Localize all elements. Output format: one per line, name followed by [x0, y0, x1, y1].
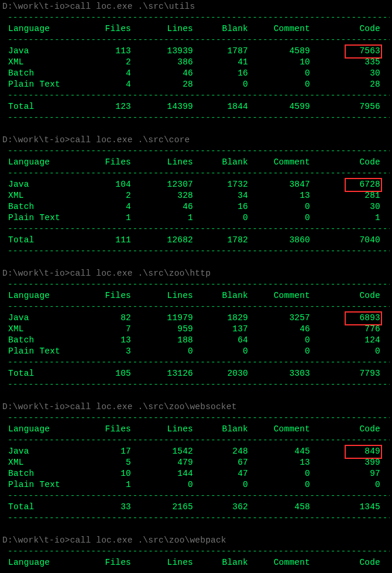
total-cell: Total	[2, 101, 96, 112]
table-row: Plain Text11001	[2, 212, 390, 224]
blank-line	[2, 524, 390, 535]
data-cell: 3257	[248, 313, 310, 324]
data-cell: Batch	[2, 335, 96, 346]
table-row: Batch13188640124	[2, 335, 390, 346]
data-cell: 4	[96, 68, 131, 79]
data-cell: 13939	[131, 46, 193, 57]
table-header: LanguageFilesLinesBlankCommentCode	[2, 557, 390, 568]
data-cell: 0	[248, 79, 310, 90]
data-cell: 0	[131, 346, 193, 357]
total-cell: 7040	[310, 235, 380, 246]
data-cell: 13	[248, 190, 310, 201]
data-cell: 386	[131, 57, 193, 68]
header-cell: Lines	[131, 157, 193, 168]
total-cell: Total	[2, 502, 96, 513]
data-cell: 30	[310, 201, 380, 212]
data-cell: 0	[131, 479, 193, 490]
header-cell: Files	[96, 557, 131, 568]
data-cell: 2	[96, 57, 131, 68]
data-cell: Java	[2, 46, 96, 57]
data-cell: 4	[96, 79, 131, 90]
header-cell: Code	[310, 424, 380, 435]
data-cell: XML	[2, 190, 96, 201]
header-cell: Lines	[131, 290, 193, 301]
highlighted-code-count: 6728	[310, 179, 380, 190]
data-cell: 445	[248, 446, 310, 457]
data-cell: 144	[131, 468, 193, 479]
table-header: LanguageFilesLinesBlankCommentCode	[2, 157, 390, 168]
total-cell: 3860	[248, 235, 310, 246]
total-cell: 362	[193, 502, 248, 513]
separator-line: ----------------------------------------…	[2, 568, 390, 573]
data-cell: 13	[96, 335, 131, 346]
prompt: D:\work\t-io>	[2, 536, 70, 545]
data-cell: 34	[193, 190, 248, 201]
header-cell: Code	[310, 157, 380, 168]
data-cell: 11979	[131, 313, 193, 324]
header-cell: Code	[310, 290, 380, 301]
table-row: Batch1014447097	[2, 468, 390, 479]
separator-line: ----------------------------------------…	[2, 35, 390, 46]
data-cell: 1	[131, 212, 193, 224]
data-cell: 46	[131, 68, 193, 79]
data-cell: 328	[131, 190, 193, 201]
command-text: call loc.exe .\src\zoo\http	[70, 269, 211, 278]
command-line: D:\work\t-io>call loc.exe .\src\utils	[2, 1, 390, 12]
separator-line: ----------------------------------------…	[2, 301, 390, 313]
data-cell: 399	[310, 457, 380, 468]
table-row: Java8211979182932576893	[2, 313, 390, 324]
data-cell: 2	[96, 190, 131, 201]
separator-line: ----------------------------------------…	[2, 513, 390, 524]
data-cell: 4	[96, 201, 131, 212]
prompt: D:\work\t-io>	[2, 269, 70, 278]
command-text: call loc.exe .\src\zoo\websocket	[70, 402, 237, 411]
total-cell: 2165	[131, 502, 193, 513]
data-cell: 0	[248, 479, 310, 490]
total-row: Total10513126203033037793	[2, 368, 390, 379]
prompt: D:\work\t-io>	[2, 402, 70, 411]
data-cell: XML	[2, 57, 96, 68]
table-row: Plain Text4280028	[2, 79, 390, 90]
total-cell: 1844	[193, 101, 248, 112]
data-cell: 97	[310, 468, 380, 479]
command-text: call loc.exe .\src\utils	[70, 2, 195, 11]
data-cell: 1542	[131, 446, 193, 457]
total-cell: 14399	[131, 101, 193, 112]
total-cell: 2030	[193, 368, 248, 379]
data-cell: 124	[310, 335, 380, 346]
data-cell: 10	[96, 468, 131, 479]
data-cell: 1	[310, 212, 380, 224]
table-row: Java171542248445849	[2, 446, 390, 457]
data-cell: Java	[2, 446, 96, 457]
total-cell: 1345	[310, 502, 380, 513]
data-cell: 104	[96, 179, 131, 190]
header-cell: Comment	[248, 290, 310, 301]
data-cell: 1	[96, 212, 131, 224]
data-cell: 0	[193, 79, 248, 90]
data-cell: 64	[193, 335, 248, 346]
blank-line	[2, 123, 390, 135]
blank-line	[2, 390, 390, 402]
total-row: Total12314399184445997956	[2, 101, 390, 112]
data-cell: 13	[248, 457, 310, 468]
data-cell: Batch	[2, 68, 96, 79]
table-row: Batch44616030	[2, 68, 390, 79]
total-cell: 1782	[193, 235, 248, 246]
header-cell: Files	[96, 424, 131, 435]
data-cell: 0	[193, 346, 248, 357]
table-header: LanguageFilesLinesBlankCommentCode	[2, 23, 390, 35]
command-text: call loc.exe .\src\zoo\webpack	[70, 536, 226, 545]
total-cell: 105	[96, 368, 131, 379]
data-cell: 479	[131, 457, 193, 468]
header-cell: Code	[310, 23, 380, 35]
separator-line: ----------------------------------------…	[2, 12, 390, 23]
total-cell: 33	[96, 502, 131, 513]
total-cell: 3303	[248, 368, 310, 379]
data-cell: Plain Text	[2, 79, 96, 90]
data-cell: 0	[248, 68, 310, 79]
data-cell: Java	[2, 313, 96, 324]
data-cell: Plain Text	[2, 212, 96, 224]
data-cell: 0	[248, 212, 310, 224]
data-cell: 47	[193, 468, 248, 479]
header-cell: Code	[310, 557, 380, 568]
